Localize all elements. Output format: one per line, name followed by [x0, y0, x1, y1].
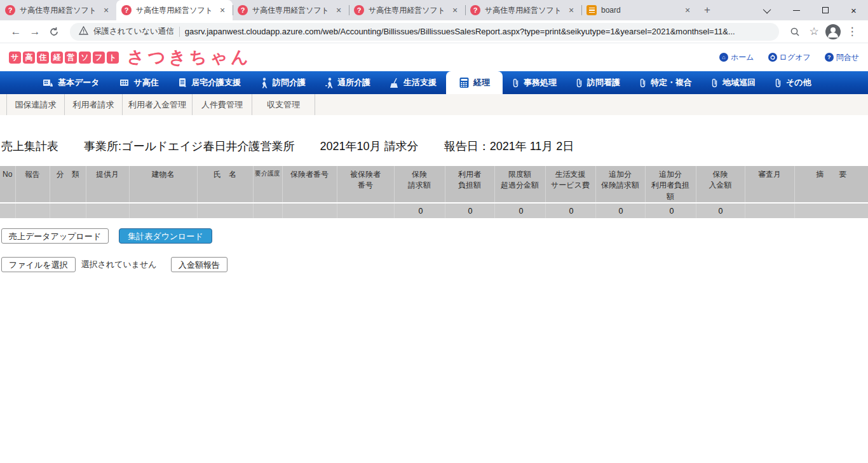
url-text[interactable]: gasrv.japanwest.cloudapp.azure.com/web/A…	[185, 27, 735, 36]
total-cell	[745, 203, 794, 218]
omnibox-divider	[179, 27, 180, 37]
logo-square: 経	[51, 52, 63, 64]
logoff-link-label: ログオフ	[780, 52, 811, 63]
summary-download-button[interactable]: 集計表ダウンロード	[119, 228, 212, 244]
nav-item-specific-composite[interactable]: 特定・複合	[630, 71, 702, 94]
col-header-limit-excess: 限度額 超過分金額	[494, 166, 545, 203]
col-header-insurance-deposit: 保険 入金額	[696, 166, 745, 203]
window-close-button[interactable]: ×	[839, 0, 868, 20]
nav-item-label: 基本データ	[58, 77, 100, 88]
paperclip-icon	[639, 78, 647, 88]
nav-item-accounting-active[interactable]: 経理	[446, 71, 503, 94]
browser-tab[interactable]: ? サ高住専用経営ソフトさ ×	[233, 0, 349, 20]
nav-item-sakoju[interactable]: サ高住	[109, 71, 168, 94]
total-insurance-deposit: 0	[696, 203, 745, 218]
bookmark-star-icon[interactable]: ☆	[804, 23, 824, 41]
tab-close-icon[interactable]: ×	[217, 5, 227, 15]
tab-title: サ高住専用経営ソフトさ	[136, 5, 213, 16]
total-life-support-fee: 0	[545, 203, 595, 218]
home-link[interactable]: ⌂ ホーム	[719, 52, 754, 63]
inquiry-link[interactable]: ? 問合せ	[825, 52, 859, 63]
total-user-burden: 0	[445, 203, 494, 218]
address-bar[interactable]: 保護されていない通信 gasrv.japanwest.cloudapp.azur…	[70, 23, 779, 41]
report-title-row: 売上集計表 事業所:ゴールドエイジ春日井介護営業所 2021年10月 請求分 報…	[1, 139, 868, 154]
col-header-insured-number: 被保険者 番号	[337, 166, 394, 203]
board-favicon-icon	[587, 5, 597, 15]
subnav-item-user-deposit-management[interactable]: 利用者入金管理	[122, 94, 192, 115]
refresh-icon[interactable]	[44, 23, 64, 41]
browser-tab[interactable]: ? サ高住専用経営ソフトさ ×	[349, 0, 465, 20]
tab-title: board	[601, 6, 678, 15]
app-logo: サ 高 住 経 営 ソ フ ト さつきちゃん	[9, 46, 252, 69]
zoom-icon[interactable]	[785, 23, 804, 41]
tab-close-icon[interactable]: ×	[334, 5, 344, 15]
total-cell	[337, 203, 394, 218]
total-additional-user-burden: 0	[645, 203, 696, 218]
calculator-icon	[459, 77, 470, 88]
nav-item-life-support[interactable]: 生活支援	[380, 71, 446, 94]
col-header-insurance-billing: 保険 請求額	[394, 166, 445, 203]
logoff-link[interactable]: ログオフ	[768, 52, 811, 63]
nav-item-label: 特定・複合	[651, 77, 692, 88]
browser-menu-icon[interactable]: ⋮	[843, 23, 862, 41]
total-cell	[129, 203, 197, 218]
subnav-item-kokuhoren-billing[interactable]: 国保連請求	[6, 94, 64, 115]
tab-close-icon[interactable]: ×	[566, 5, 576, 15]
tab-search-chevron-icon[interactable]	[754, 0, 782, 20]
nav-item-home-care-support[interactable]: 居宅介護支援	[168, 71, 250, 94]
tab-close-icon[interactable]: ×	[682, 5, 693, 15]
browser-tab-bar: ? サ高住専用経営ソフトさ × ? サ高住専用経営ソフトさ × ? サ高住専用経…	[0, 0, 868, 20]
nav-item-label: 経理	[473, 77, 490, 88]
profile-avatar[interactable]	[824, 23, 843, 41]
nav-item-visiting-nursing[interactable]: 訪問看護	[566, 71, 630, 94]
browser-tab[interactable]: ? サ高住専用経営ソフトさ ×	[465, 0, 581, 20]
nav-item-regional-patrol[interactable]: 地域巡回	[702, 71, 765, 94]
window-minimize-button[interactable]	[782, 0, 811, 20]
col-header-building-name: 建物名	[129, 166, 197, 203]
paperclip-icon	[576, 78, 583, 88]
app-header: サ 高 住 経 営 ソ フ ト さつきちゃん ⌂ ホーム ログオフ ? 問合せ	[0, 43, 868, 71]
sales-summary-table: No 報告 分 類 提供月 建物名 氏 名 要介護度 保険者番号 被保険者 番号…	[0, 166, 868, 218]
window-maximize-button[interactable]	[811, 0, 839, 20]
building-icon	[43, 78, 54, 88]
warning-icon[interactable]	[79, 26, 88, 38]
security-warning-label[interactable]: 保護されていない通信	[93, 26, 174, 37]
subnav-item-personnel-cost-management[interactable]: 人件費管理	[192, 94, 252, 115]
walking-person-icon	[325, 78, 334, 88]
total-cell	[197, 203, 253, 218]
actions-row-2: ファイルを選択 選択されていません 入金額報告	[1, 257, 868, 272]
logo-square: 住	[37, 52, 49, 64]
nav-item-label: 地域巡回	[722, 77, 756, 88]
subnav-item-user-billing[interactable]: 利用者請求	[64, 94, 122, 115]
col-header-additional-insurance-billing: 追加分 保険請求額	[595, 166, 645, 203]
paperclip-icon	[775, 78, 782, 88]
header-links: ⌂ ホーム ログオフ ? 問合せ	[719, 52, 859, 63]
forward-icon[interactable]: →	[25, 23, 44, 41]
col-header-insurer-number: 保険者番号	[282, 166, 337, 203]
file-select-button[interactable]: ファイルを選択	[1, 257, 76, 272]
browser-tab-board[interactable]: board ×	[581, 0, 698, 20]
sales-data-upload-button[interactable]: 売上データアップロード	[1, 228, 109, 244]
building-icon	[119, 78, 130, 88]
payment-amount-report-button[interactable]: 入金額報告	[171, 257, 227, 272]
nav-item-label: 生活支援	[403, 77, 437, 88]
total-cell	[50, 203, 86, 218]
tab-close-icon[interactable]: ×	[101, 5, 111, 15]
subnav-item-income-expenditure-management[interactable]: 収支管理	[252, 94, 315, 115]
browser-tab-active[interactable]: ? サ高住専用経営ソフトさ ×	[116, 0, 233, 20]
home-link-label: ホーム	[731, 52, 754, 63]
nav-item-basic-data[interactable]: 基本データ	[33, 71, 109, 94]
browser-tab[interactable]: ? サ高住専用経営ソフトさ ×	[0, 0, 116, 20]
nav-item-visiting-care[interactable]: 訪問介護	[250, 71, 315, 94]
question-favicon-icon: ?	[121, 5, 132, 15]
col-header-additional-user-burden: 追加分 利用者負担 額	[645, 166, 696, 203]
totals-row: 0 0 0 0 0 0 0	[0, 203, 868, 218]
nav-item-office-work[interactable]: 事務処理	[503, 71, 566, 94]
nav-item-day-care[interactable]: 通所介護	[315, 71, 380, 94]
nav-item-other[interactable]: その他	[765, 71, 821, 94]
total-cell	[15, 203, 50, 218]
new-tab-button[interactable]: +	[698, 0, 717, 20]
nav-item-label: 訪問介護	[273, 77, 306, 88]
tab-close-icon[interactable]: ×	[450, 5, 460, 15]
back-icon[interactable]: ←	[6, 23, 25, 41]
